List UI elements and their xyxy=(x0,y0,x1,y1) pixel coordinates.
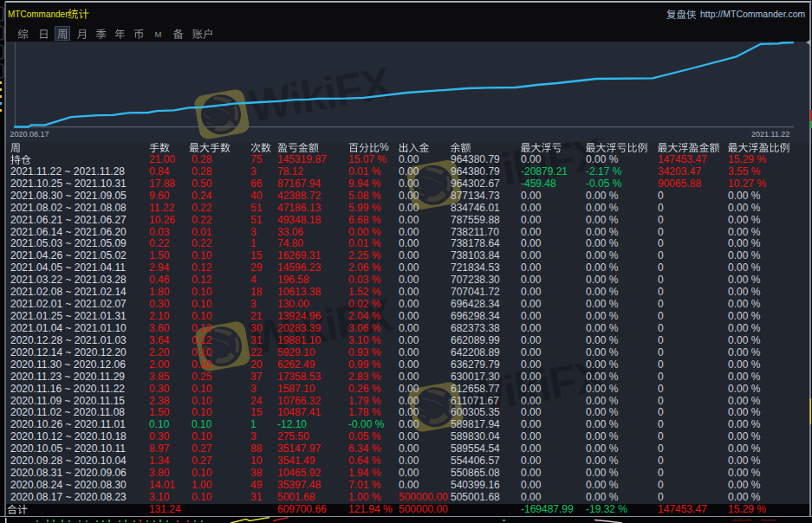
svg-text:WikiFX: WikiFX xyxy=(245,57,395,132)
